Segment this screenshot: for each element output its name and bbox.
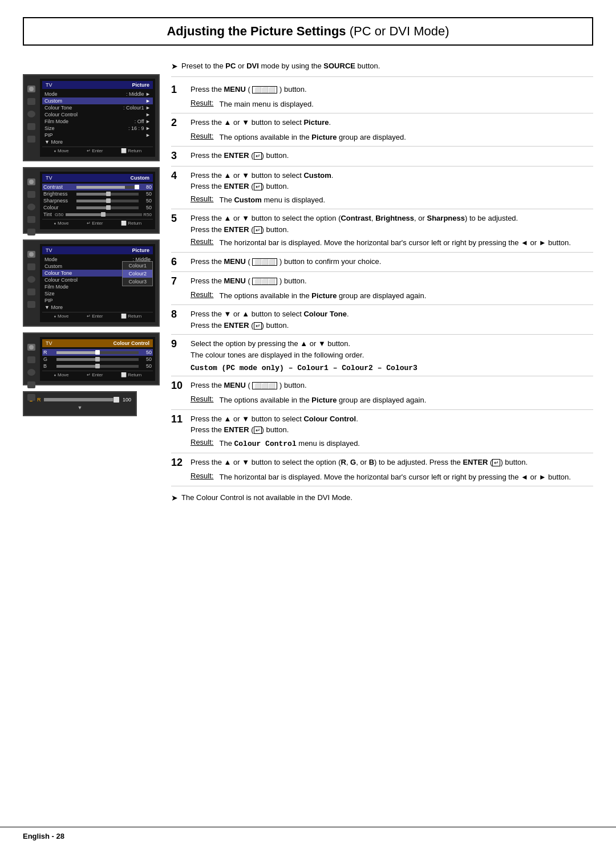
page-footer: English - 28 [0, 827, 616, 845]
tv-screen-5: ▲ R 100 ▼ [23, 391, 137, 416]
step-9: 9 Select the option by pressing the ▲ or… [171, 335, 593, 376]
tv-screen-3: TV Picture Mode: Middle Custom Colour To… [23, 239, 160, 327]
tv1-left-label: TV [46, 82, 52, 88]
tv2-left-label: TV [46, 175, 52, 181]
step-4: 4 Press the ▲ or ▼ button to select Cust… [171, 166, 593, 210]
step-7: 7 Press the MENU ( ⬜⬜⬜ ) button. Result:… [171, 272, 593, 305]
preset-arrow: ➤ [171, 62, 178, 71]
step-11: 11 Press the ▲ or ▼ button to select Col… [171, 410, 593, 454]
preset-note: ➤ Preset to the PC or DVI mode by using … [171, 57, 593, 77]
tv3-dropdown: Colour1 Colour2 Colour3 [122, 261, 153, 286]
tv4-sliders: R 50 G [42, 349, 153, 369]
step-2: 2 Press the ▲ or ▼ button to select Pict… [171, 113, 593, 147]
bottom-arrow: ➤ [171, 493, 178, 502]
preset-text: Preset to the PC or DVI mode by using th… [181, 62, 380, 70]
step-5: 5 Press the ▲ or ▼ button to select the … [171, 209, 593, 253]
page-title: Adjusting the Picture Settings (PC or DV… [35, 24, 581, 39]
step-10: 10 Press the MENU ( ⬜⬜⬜ ) button. Result… [171, 376, 593, 409]
step-12: 12 Press the ▲ or ▼ button to select the… [171, 453, 593, 486]
step-6: 6 Press the MENU ( ⬜⬜⬜ ) button to confi… [171, 253, 593, 273]
tv-screen-2: TV Custom Contrast 80 [23, 167, 160, 234]
tv2-title: Custom [131, 175, 150, 181]
left-column: TV Picture Mode: Middle ► Custom► Colour… [23, 57, 160, 827]
tv1-menu: Mode: Middle ► Custom► Colour Tone: Colo… [42, 91, 153, 145]
tv-screen-4: TV Colour Control R 50 [23, 332, 160, 385]
tv2-sliders: Contrast 80 Brightness [42, 184, 153, 218]
right-column: ➤ Preset to the PC or DVI mode by using … [171, 57, 593, 827]
step-1: 1 Press the MENU ( ⬜⬜⬜ ) button. Result:… [171, 80, 593, 113]
step-3: 3 Press the ENTER (↵) button. [171, 147, 593, 166]
bottom-note-text: The Colour Control is not available in t… [181, 493, 352, 502]
page: Adjusting the Picture Settings (PC or DV… [0, 0, 616, 845]
bottom-note: ➤ The Colour Control is not available in… [171, 486, 593, 506]
content-area: TV Picture Mode: Middle ► Custom► Colour… [0, 57, 616, 827]
footer-text: English - 28 [23, 832, 64, 840]
tv-screen-1: TV Picture Mode: Middle ► Custom► Colour… [23, 74, 160, 161]
page-header: Adjusting the Picture Settings (PC or DV… [23, 17, 593, 46]
tv1-title: Picture [132, 82, 149, 88]
step-8: 8 Press the ▼ or ▲ button to select Colo… [171, 305, 593, 335]
step-9-code: Custom (PC mode only) – Colour1 – Colour… [191, 364, 418, 372]
